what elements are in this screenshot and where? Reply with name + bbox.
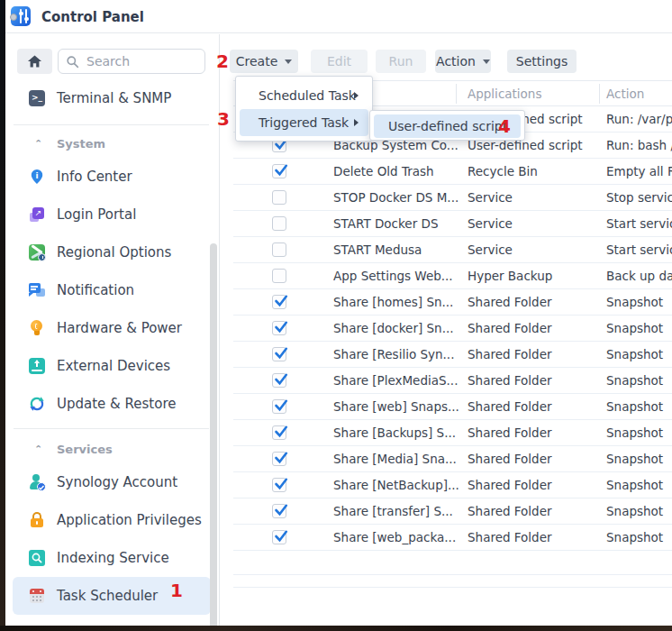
table-row[interactable]: Share [docker] Sn...Shared FolderSnapsho…: [233, 316, 672, 342]
annotation-4: 4: [498, 117, 511, 135]
action-cell: Start servic: [606, 237, 672, 262]
sidebar-item-label: Update & Restore: [57, 396, 176, 412]
action-cell: Snapshot: [606, 316, 672, 341]
sidebar-item-indexing-service[interactable]: Indexing Service: [5, 539, 214, 577]
action-cell: Snapshot: [606, 394, 672, 419]
sidebar-item-external-devices[interactable]: External Devices: [5, 347, 214, 385]
application-cell: Shared Folder: [468, 368, 604, 393]
submenu-arrow-icon: [354, 119, 359, 126]
menu-item-triggered-task[interactable]: Triggered Task: [240, 109, 368, 136]
create-dropdown-menu: Scheduled TaskTriggered Task: [235, 76, 373, 142]
annotation-1: 1: [170, 581, 183, 599]
button-label: Settings: [516, 54, 568, 69]
chat-bubble-icon: [29, 282, 45, 298]
sidebar-item-label: Terminal & SNMP: [57, 90, 171, 106]
row-checkbox-checked[interactable]: [272, 452, 286, 466]
column-header-applications[interactable]: Applications: [468, 81, 541, 106]
row-checkbox-checked[interactable]: [272, 530, 286, 544]
table-row[interactable]: Delete Old TrashRecycle BinEmpty all R: [233, 159, 672, 185]
refresh-arrows-icon: [29, 396, 45, 412]
row-checkbox-checked[interactable]: [272, 478, 286, 492]
application-cell: Shared Folder: [468, 394, 604, 419]
sidebar-item-regional-options[interactable]: Regional Options: [5, 233, 214, 271]
home-button[interactable]: [17, 49, 52, 74]
row-checkbox-checked[interactable]: [272, 295, 286, 309]
doc-search-icon: [29, 550, 45, 566]
sidebar-item-terminal-snmp[interactable]: >_Terminal & SNMP: [5, 79, 214, 117]
table-row[interactable]: App Settings Web...Hyper BackupBack up d…: [233, 263, 672, 289]
table-row[interactable]: Share [web_packa...Shared FolderSnapshot: [233, 525, 672, 551]
row-checkbox-unchecked[interactable]: [272, 242, 286, 257]
collapse-chevron-icon: ⌃: [34, 444, 42, 455]
table-row[interactable]: Share [Backups] S...Shared FolderSnapsho…: [233, 420, 672, 446]
lock-icon: [29, 512, 45, 528]
search-input[interactable]: [85, 53, 193, 69]
task-name-cell: Share [Backups] S...: [333, 420, 466, 445]
task-name-cell: Share [transfer] S...: [333, 498, 466, 524]
sidebar-item-label: Info Center: [57, 169, 132, 185]
sidebar-scrollbar[interactable]: [210, 243, 217, 631]
sidebar-item-info-center[interactable]: iInfo Center: [5, 158, 214, 196]
menu-item-scheduled-task[interactable]: Scheduled Task: [240, 82, 368, 109]
row-checkbox-unchecked[interactable]: [272, 190, 286, 205]
table-row[interactable]: STOP Docker DS M...ServiceStop servic: [233, 185, 672, 211]
sidebar-item-synology-account[interactable]: Synology Account: [5, 463, 214, 501]
table-row[interactable]: Share [Resilio Syn...Shared FolderSnapsh…: [233, 342, 672, 368]
table-row[interactable]: START Docker DSServiceStart servic: [233, 211, 672, 237]
section-label: Services: [57, 443, 113, 456]
toolbar-button-settings[interactable]: Settings: [507, 50, 577, 73]
row-checkbox-checked[interactable]: [272, 425, 286, 440]
sidebar-divider: [14, 428, 209, 429]
application-cell: Service: [468, 185, 604, 210]
row-checkbox-checked[interactable]: [272, 399, 286, 414]
table-row[interactable]: Share [NetBackup]...Shared FolderSnapsho…: [233, 472, 672, 498]
table-row[interactable]: Share [transfer] S...Shared FolderSnapsh…: [233, 498, 672, 525]
toolbar-button-create[interactable]: Create: [230, 50, 298, 73]
sidebar-item-hardware-power[interactable]: Hardware & Power: [5, 309, 214, 347]
table-row[interactable]: START MedusaServiceStart servic: [233, 237, 672, 263]
action-cell: Snapshot: [606, 498, 672, 524]
task-name-cell: Share [NetBackup]...: [333, 472, 466, 498]
section-header-services[interactable]: ⌃Services: [5, 431, 214, 467]
row-checkbox-checked[interactable]: [272, 373, 286, 388]
task-name-cell: START Medusa: [333, 237, 466, 262]
application-cell: Service: [468, 237, 604, 262]
svg-text:i: i: [35, 171, 38, 180]
sidebar-item-label: External Devices: [57, 358, 170, 374]
row-checkbox-checked[interactable]: [272, 504, 286, 518]
table-row[interactable]: Share [PlexMediaS...Shared FolderSnapsho…: [233, 368, 672, 394]
column-header-action[interactable]: Action: [606, 81, 644, 106]
table-row[interactable]: Share [homes] Sn...Shared FolderSnapshot: [233, 289, 672, 316]
sidebar-item-notification[interactable]: Notification: [5, 271, 214, 309]
section-header-system[interactable]: ⌃System: [5, 125, 214, 161]
row-checkbox-unchecked[interactable]: [272, 216, 286, 231]
application-cell: Shared Folder: [468, 316, 604, 341]
task-name-cell: Share [Media] Sna...: [333, 446, 466, 471]
sidebar-item-label: Login Portal: [57, 206, 136, 223]
table-row[interactable]: Share [web] Snaps...Shared FolderSnapsho…: [233, 394, 672, 420]
task-name-cell: Share [PlexMediaS...: [333, 368, 466, 393]
action-cell: Snapshot: [606, 525, 672, 550]
action-cell: Back up da: [606, 263, 672, 288]
task-name-cell: Share [homes] Sn...: [333, 289, 466, 315]
sidebar-item-label: Notification: [57, 282, 134, 298]
table-row[interactable]: Share [Media] Sna...Shared FolderSnapsho…: [233, 446, 672, 472]
sidebar-item-update-restore[interactable]: Update & Restore: [5, 385, 214, 423]
row-checkbox-checked[interactable]: [272, 347, 286, 361]
menu-item-label: Scheduled Task: [259, 88, 356, 103]
application-cell: Shared Folder: [468, 342, 604, 367]
row-checkbox-checked[interactable]: [272, 321, 286, 335]
action-cell: Snapshot: [606, 446, 672, 471]
row-checkbox-unchecked[interactable]: [272, 269, 286, 283]
task-name-cell: Share [web_packa...: [333, 525, 466, 550]
button-label: Edit: [327, 54, 351, 69]
sidebar-item-login-portal[interactable]: ↗Login Portal: [5, 196, 214, 233]
action-cell: Run: /var/p: [606, 106, 672, 132]
sidebar-item-application-privileges[interactable]: Application Privileges: [5, 501, 214, 539]
row-checkbox-checked[interactable]: [272, 164, 286, 178]
button-label: Action: [436, 54, 476, 69]
toolbar-button-action[interactable]: Action: [435, 50, 491, 73]
action-cell: Run: bash /: [606, 133, 672, 158]
search-box[interactable]: [58, 49, 205, 74]
control-panel-window: Control Panel >_Terminal & SNMP⌃SystemiI…: [0, 0, 672, 631]
